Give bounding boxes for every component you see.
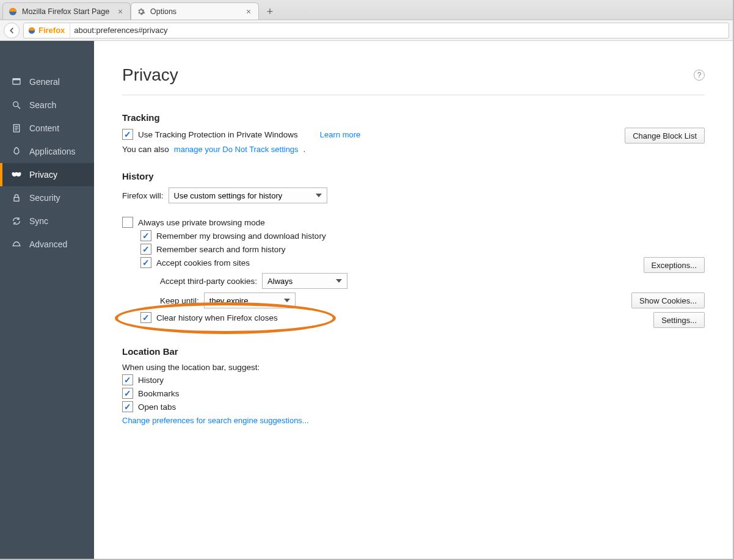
sidebar-item-applications[interactable]: Applications [0, 140, 94, 163]
suggest-history-checkbox[interactable] [122, 374, 133, 385]
svg-line-5 [18, 106, 20, 109]
back-button[interactable] [4, 23, 20, 38]
third-party-select[interactable]: Always [262, 273, 347, 289]
sync-icon [11, 216, 22, 227]
dnt-link[interactable]: manage your Do Not Track settings [174, 145, 299, 154]
sidebar-item-label: General [29, 77, 60, 87]
location-bar-heading: Location Bar [122, 346, 705, 357]
tab-options[interactable]: Options × [131, 2, 259, 20]
sidebar-item-advanced[interactable]: Advanced [0, 233, 94, 256]
sidebar-item-privacy[interactable]: Privacy [0, 163, 94, 186]
suggest-bookmarks-label: Bookmarks [138, 389, 180, 398]
search-icon [11, 100, 22, 111]
preferences-content: Privacy ? Tracking Use Tracking Protecti… [94, 41, 733, 560]
lock-icon [11, 192, 22, 203]
url-bar[interactable]: Firefox about:preferences#privacy [23, 23, 729, 38]
history-will-label: Firefox will: [122, 191, 164, 200]
always-private-row: Always use private browsing mode [122, 217, 705, 228]
keep-until-row: Keep until: they expire [160, 293, 705, 308]
tracking-protection-row: Use Tracking Protection in Private Windo… [122, 129, 705, 140]
sidebar-item-label: Search [29, 100, 56, 110]
clear-on-close-checkbox[interactable] [140, 312, 151, 323]
suggest-open-tabs-row: Open tabs [122, 401, 705, 412]
remember-browsing-row: Remember my browsing and download histor… [140, 230, 705, 241]
suggest-history-label: History [138, 376, 164, 385]
page-title: Privacy [122, 65, 178, 85]
exceptions-button[interactable]: Exceptions... [644, 257, 705, 273]
suggest-open-tabs-checkbox[interactable] [122, 401, 133, 412]
clear-on-close-row: Clear history when Firefox closes [140, 312, 705, 323]
sidebar-item-label: Content [29, 123, 59, 133]
remember-browsing-checkbox[interactable] [140, 230, 151, 241]
svg-rect-3 [13, 79, 20, 81]
tab-label: Mozilla Firefox Start Page [22, 7, 109, 16]
tab-label: Options [150, 7, 176, 16]
history-mode-select[interactable]: Use custom settings for history [169, 187, 327, 203]
svg-rect-10 [14, 197, 19, 201]
gear-icon [136, 7, 146, 16]
suggest-open-tabs-label: Open tabs [138, 402, 176, 412]
sidebar-item-general[interactable]: General [0, 70, 94, 93]
sidebar-item-search[interactable]: Search [0, 93, 94, 117]
search-prefs-link[interactable]: Change preferences for search engine sug… [122, 416, 309, 425]
tracking-heading: Tracking [122, 112, 705, 123]
suggest-label: When using the location bar, suggest: [122, 363, 260, 372]
change-block-list-button[interactable]: Change Block List [625, 128, 705, 144]
url-text: about:preferences#privacy [74, 26, 167, 35]
always-private-checkbox[interactable] [122, 217, 133, 228]
clear-on-close-label: Clear history when Firefox closes [156, 313, 278, 322]
search-prefs-row: Change preferences for search engine sug… [122, 416, 705, 425]
close-icon[interactable]: × [115, 7, 125, 16]
accept-cookies-checkbox[interactable] [140, 257, 151, 268]
show-cookies-button[interactable]: Show Cookies... [631, 293, 705, 308]
sidebar-item-label: Security [29, 193, 60, 203]
hat-icon [11, 239, 22, 250]
sidebar-item-label: Sync [29, 216, 48, 226]
sidebar-item-security[interactable]: Security [0, 186, 94, 209]
suggest-bookmarks-row: Bookmarks [122, 388, 705, 399]
suggest-bookmarks-checkbox[interactable] [122, 388, 133, 399]
toolbar: Firefox about:preferences#privacy [0, 20, 733, 41]
identity-box[interactable]: Firefox [27, 23, 70, 38]
firefox-icon [8, 7, 18, 16]
sidebar-item-label: Applications [29, 147, 76, 156]
help-icon[interactable]: ? [694, 70, 705, 81]
accept-cookies-row: Accept cookies from sites [140, 257, 705, 268]
accept-cookies-label: Accept cookies from sites [156, 258, 250, 267]
sidebar-item-content[interactable]: Content [0, 117, 94, 140]
always-private-label: Always use private browsing mode [138, 218, 265, 227]
keep-until-select[interactable]: they expire [204, 293, 296, 308]
remember-search-checkbox[interactable] [140, 244, 151, 255]
tab-start-page[interactable]: Mozilla Firefox Start Page × [2, 2, 131, 20]
learn-more-link[interactable]: Learn more [320, 130, 360, 139]
remember-search-label: Remember search and form history [156, 245, 286, 254]
tracking-protection-checkbox[interactable] [122, 129, 133, 140]
third-party-label: Accept third-party cookies: [160, 277, 257, 286]
third-party-row: Accept third-party cookies: Always [160, 273, 705, 289]
history-heading: History [122, 171, 705, 181]
remember-browsing-label: Remember my browsing and download histor… [156, 231, 326, 241]
rocket-icon [11, 146, 22, 157]
document-icon [11, 123, 22, 134]
mask-icon [11, 169, 22, 180]
svg-point-4 [13, 102, 18, 107]
suggest-history-row: History [122, 374, 705, 385]
suggest-label-row: When using the location bar, suggest: [122, 363, 705, 372]
general-icon [11, 76, 22, 87]
sidebar-item-label: Privacy [29, 170, 57, 180]
keep-until-label: Keep until: [160, 296, 199, 305]
remember-search-row: Remember search and form history [140, 244, 705, 255]
history-will-row: Firefox will: Use custom settings for hi… [122, 187, 705, 203]
dnt-row: You can also manage your Do Not Track se… [122, 145, 705, 154]
tab-bar: Mozilla Firefox Start Page × Options × + [0, 0, 733, 20]
sidebar-item-sync[interactable]: Sync [0, 209, 94, 233]
preferences-sidebar: General Search Content Applications Priv… [0, 41, 94, 560]
close-icon[interactable]: × [244, 7, 253, 16]
new-tab-button[interactable]: + [261, 4, 278, 20]
tracking-protection-label: Use Tracking Protection in Private Windo… [138, 130, 298, 139]
dnt-prefix: You can also [122, 145, 169, 154]
sidebar-item-label: Advanced [29, 239, 67, 249]
identity-label: Firefox [38, 26, 65, 35]
page-title-row: Privacy ? [122, 65, 705, 95]
firefox-icon [27, 26, 36, 35]
